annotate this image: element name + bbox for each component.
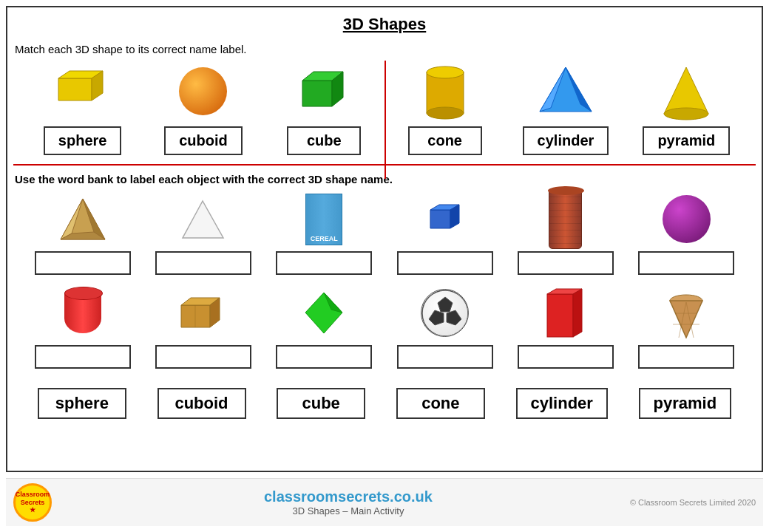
word-cone[interactable]: cone <box>396 388 485 419</box>
grid-item-green-diamond <box>268 285 379 376</box>
svg-marker-18 <box>183 201 223 238</box>
svg-point-8 <box>427 66 464 78</box>
red-cuboid-img <box>545 285 586 341</box>
answer-soccer-ball[interactable] <box>397 345 493 369</box>
answer-pyramid-real[interactable] <box>35 251 131 275</box>
blue-cube-img <box>428 191 461 247</box>
section2: Use the word bank to label each object w… <box>7 168 762 379</box>
triangle-real-img <box>179 191 227 247</box>
label-cuboid[interactable]: cuboid <box>164 126 243 155</box>
word-pyramid[interactable]: pyramid <box>639 388 732 419</box>
answer-red-cylinder[interactable] <box>35 345 131 369</box>
grid-item-cereal-box: CEREAL <box>268 191 379 282</box>
can-img <box>549 191 582 247</box>
svg-marker-19 <box>430 210 450 228</box>
purple-sphere-img <box>663 191 711 247</box>
section1: Match each 3D shape to its correct name … <box>7 38 762 161</box>
answer-green-diamond[interactable] <box>276 345 372 369</box>
can-shape <box>549 190 582 249</box>
grid-item-red-cuboid <box>510 285 621 376</box>
section1-instruction: Match each 3D shape to its correct name … <box>15 43 754 55</box>
pyramid-real-img <box>57 191 109 247</box>
answer-triangle-real[interactable] <box>155 251 251 275</box>
word-sphere[interactable]: sphere <box>38 388 126 419</box>
footer-logo: ClassroomSecrets★ <box>13 483 52 522</box>
purple-sphere-shape <box>663 195 711 243</box>
svg-marker-31 <box>447 310 461 325</box>
vertical-divider <box>384 61 386 179</box>
answer-can[interactable] <box>518 251 614 275</box>
cardboard-box-img <box>179 285 227 341</box>
label-cube[interactable]: cube <box>287 126 361 155</box>
grid-item-soccer-ball <box>390 285 501 376</box>
shape-item-cuboid: sphere <box>27 61 138 155</box>
soccer-ball-img <box>421 285 469 341</box>
svg-marker-36 <box>670 301 702 338</box>
footer-copyright: © Classroom Secrets Limited 2020 <box>630 498 756 507</box>
soccer-ball-shape <box>421 289 469 337</box>
logo-text: ClassroomSecrets★ <box>16 491 50 514</box>
shape-item-sphere: cuboid <box>148 61 259 155</box>
svg-point-7 <box>427 107 464 119</box>
svg-marker-30 <box>429 310 444 325</box>
footer-subtitle: 3D Shapes – Main Activity <box>67 505 630 516</box>
shape-item-cylinder: cone <box>390 61 501 155</box>
grid-row-2 <box>15 285 754 376</box>
logo-circle: ClassroomSecrets★ <box>13 483 52 522</box>
label-cylinder[interactable]: cylinder <box>523 126 609 155</box>
label-cone[interactable]: cone <box>408 126 482 155</box>
shape-item-cube: cube <box>268 61 379 155</box>
grid-item-triangle-real <box>148 191 259 282</box>
label-pyramid[interactable]: pyramid <box>643 126 730 155</box>
orange-sphere-img <box>179 61 227 120</box>
answer-red-cuboid[interactable] <box>518 345 614 369</box>
grid-item-red-cylinder <box>27 285 138 376</box>
answer-cereal-box[interactable] <box>276 251 372 275</box>
grid-item-pyramid-real <box>27 191 138 282</box>
green-diamond-img <box>302 285 346 341</box>
shape-item-cone: pyramid <box>631 61 742 155</box>
cereal-box-shape: CEREAL <box>305 194 342 245</box>
grid-row-1: CEREAL <box>15 191 754 282</box>
footer-url: classroomsecrets.co.uk <box>67 488 630 505</box>
word-cuboid[interactable]: cuboid <box>157 388 246 419</box>
svg-marker-0 <box>58 78 92 100</box>
red-cylinder-img <box>64 285 101 341</box>
grid-item-can <box>510 191 621 282</box>
word-cube[interactable]: cube <box>277 388 365 419</box>
grid-item-blue-cube <box>390 191 501 282</box>
grid-item-cardboard-box <box>148 285 259 376</box>
svg-rect-32 <box>547 294 573 337</box>
answer-ice-cream-cone[interactable] <box>638 345 734 369</box>
footer: ClassroomSecrets★ classroomsecrets.co.uk… <box>6 478 763 526</box>
orange-sphere-shape <box>179 67 227 115</box>
page: 3D Shapes Match each 3D shape to its cor… <box>0 0 769 532</box>
yellow-cuboid-img <box>55 61 110 120</box>
answer-purple-sphere[interactable] <box>638 251 734 275</box>
word-cylinder[interactable]: cylinder <box>516 388 608 419</box>
page-title: 3D Shapes <box>7 7 762 38</box>
shape-item-pyramid: cylinder <box>510 61 621 155</box>
green-cube-img <box>299 61 349 120</box>
word-bank: sphere cuboid cube cone cylinder pyramid <box>7 382 762 425</box>
answer-cardboard-box[interactable] <box>155 345 251 369</box>
cereal-box-img: CEREAL <box>305 191 342 247</box>
ice-cream-cone-img <box>668 285 705 341</box>
svg-marker-34 <box>573 289 582 337</box>
svg-marker-29 <box>438 297 453 312</box>
main-content: 3D Shapes Match each 3D shape to its cor… <box>6 6 763 472</box>
footer-center: classroomsecrets.co.uk 3D Shapes – Main … <box>67 488 630 516</box>
red-cylinder-shape <box>64 293 101 333</box>
svg-marker-12 <box>664 67 708 114</box>
svg-point-13 <box>664 108 708 120</box>
grid-item-purple-sphere <box>631 191 742 282</box>
yellow-cylinder-img <box>423 61 467 120</box>
grid-item-ice-cream-cone <box>631 285 742 376</box>
svg-marker-3 <box>302 81 332 106</box>
label-sphere[interactable]: sphere <box>44 126 122 155</box>
blue-pyramid-img <box>536 61 595 120</box>
answer-blue-cube[interactable] <box>397 251 493 275</box>
yellow-cone-img <box>660 61 712 120</box>
svg-marker-26 <box>305 293 342 333</box>
